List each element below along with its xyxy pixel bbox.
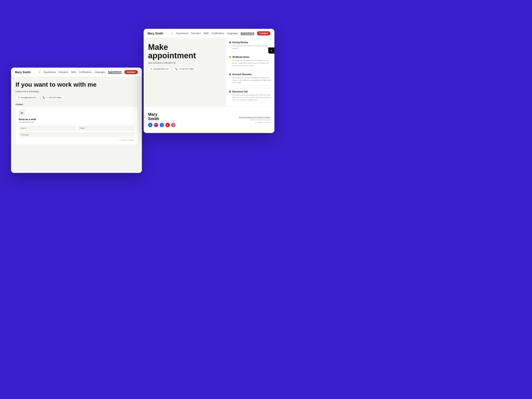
nav-education[interactable]: Education [58,71,68,73]
right-hero-title: Make appointment [148,43,221,60]
appt-header-0: Pricing Review [229,41,271,44]
right-window: Mary Smith ⚡ Experiences Education Skill… [144,29,274,133]
right-contact-pills: ✉ mary@smith.com 📞 +1 292-327-5984 [148,67,221,71]
framer-label: Made in Framer [122,139,134,141]
framer-badge: ⬡ Made in Framer [239,121,270,123]
appt-title-row-1: 30-Minute Demo [229,56,249,58]
badge-corner: ✦ [268,47,274,54]
phone-pill: 📞 +1 292-327-5984 [40,95,64,100]
form-name-email-row [19,126,134,131]
r-email-pill: ✉ mary@smith.com [148,67,171,71]
email-input[interactable] [77,126,134,131]
appt-desc-2: Meet with your account manager for a qua… [229,76,271,84]
appt-header-1: 30-Minute Demo › [229,56,271,58]
framer-icon: ⬡ [120,139,121,141]
appt-arrow-2: › [271,73,271,76]
contact-form-card: ✉ Send an e-mail mary@smith.com ⬡ Made i… [16,107,137,144]
send-email-label: Send an e-mail [19,118,134,120]
youtube-icon[interactable]: ▶ [165,123,170,127]
appt-desc-0: Our team will meet with you to review pr… [229,44,271,50]
appt-title-row-2: Account Overview [229,73,252,76]
r-phone-pill: 📞 +1 292-327-5984 [173,67,196,71]
social-icons: in 📷 f ▶ ⚽ [148,123,176,127]
appt-header-2: Account Overview › [229,73,271,76]
left-navbar: Mary Smith ⚡ Experiences Education Skill… [11,68,142,77]
nav-appointment[interactable]: Appointment [108,71,122,74]
appt-header-3: Discovery Call › [229,90,271,93]
nav-languages[interactable]: Languages [95,71,106,73]
framer-icon-right: ⬡ [255,121,257,123]
left-content: If you want to work with me Leave me a m… [11,77,142,173]
right-nav-links: ⚡ Experiences Education Skills Certifica… [171,31,270,35]
appt-dot-0 [229,41,231,44]
instagram-icon[interactable]: 📷 [154,123,158,127]
appt-item-0[interactable]: Pricing Review Our team will meet with y… [229,41,271,53]
dribbble-icon[interactable]: ⚽ [171,123,176,127]
nav-certifications[interactable]: Certifications [79,71,92,73]
facebook-icon[interactable]: f [160,123,164,127]
appt-item-3[interactable]: Discovery Call › We want to learn more a… [229,90,271,104]
framer-label-right: Made in Framer [258,121,270,123]
contact-pills: ✉ mary@smith.com 📞 +1 292-327-5984 [16,95,137,100]
name-input[interactable] [19,126,76,131]
r-nav-certifications[interactable]: Certifications [211,32,224,35]
appt-title-row-3: Discovery Call [229,90,248,93]
right-logo: Mary Smith [148,32,163,35]
contact-button[interactable]: Contact [124,70,138,74]
left-logo: Mary Smith [15,70,31,74]
linkedin-icon[interactable]: in [148,123,152,127]
email-value: mary@smith.com [21,96,36,99]
mail-icon: ✉ [18,96,20,99]
appt-title-0: Pricing Review [232,41,248,44]
appt-dot-2 [229,73,231,75]
purchase-link[interactable]: Purchase Resume CV Framer template [239,116,270,118]
appt-title-2: Account Overview [232,73,252,76]
r-mail-icon: ✉ [151,68,152,70]
appt-dot-3 [229,91,231,93]
appt-desc-1: Our team will facilitate a demo targeted… [229,59,271,67]
contact-label: Contact [16,103,137,106]
appt-title-1: 30-Minute Demo [232,56,249,58]
r-nav-experiences[interactable]: Experiences [176,32,188,35]
right-hero-subtitle: Just schedule a call with me [148,62,221,64]
lightning-icon: ⚡ [38,71,41,74]
email-pill: ✉ mary@smith.com [16,95,38,100]
nav-experiences[interactable]: Experiences [44,71,56,73]
appt-dot-1 [229,56,231,58]
message-input[interactable] [19,132,134,137]
phone-value: +1 292-327-5984 [46,96,61,99]
r-nav-appointment[interactable]: Appointment [241,32,254,35]
left-window: Mary Smith ⚡ Experiences Education Skill… [11,68,142,173]
footer-left: Mary Smith in 📷 f ▶ ⚽ [148,112,176,127]
appt-title-3: Discovery Call [232,90,248,93]
r-contact-button[interactable]: Contact [257,31,270,35]
footer-name: Mary Smith [148,112,176,121]
phone-icon: 📞 [43,96,45,99]
left-hero-subtitle: Leave me a message [16,90,137,93]
r-nav-languages[interactable]: Languages [227,32,238,35]
left-hero-title: If you want to work with me [16,81,137,88]
appt-item-2[interactable]: Account Overview › Meet with your accoun… [229,73,271,87]
appt-desc-3: We want to learn more about you! This sh… [229,94,271,101]
appt-arrow-3: › [271,90,271,93]
r-email-value: mary@smith.com [153,68,169,70]
right-hero: Make appointment Just schedule a call wi… [144,38,226,106]
appt-arrow-1: › [271,56,271,58]
r-phone-value: +1 292-327-5984 [179,68,194,70]
right-navbar: Mary Smith ⚡ Experiences Education Skill… [144,29,274,38]
send-email-addr: mary@smith.com [19,121,134,123]
appt-title-row-0: Pricing Review [229,41,248,44]
form-mail-icon: ✉ [19,110,25,116]
appt-item-1[interactable]: 30-Minute Demo › Our team will facilitat… [229,56,271,70]
right-footer: Mary Smith in 📷 f ▶ ⚽ Purchase Resume CV… [144,106,274,133]
appointment-panel: ✦ Pricing Review Our team will meet with… [226,38,274,106]
right-lightning-icon: ⚡ [171,32,174,35]
right-body: Make appointment Just schedule a call wi… [144,38,274,106]
nav-skills[interactable]: Skills [71,71,76,73]
left-framer-badge: ⬡ Made in Framer [19,139,134,141]
r-phone-icon: 📞 [175,68,178,70]
copyright: 2024 © All rights reserved [239,119,270,121]
r-nav-skills[interactable]: Skills [203,32,209,35]
left-nav-links: ⚡ Experiences Education Skills Certifica… [38,70,138,74]
r-nav-education[interactable]: Education [191,32,201,35]
